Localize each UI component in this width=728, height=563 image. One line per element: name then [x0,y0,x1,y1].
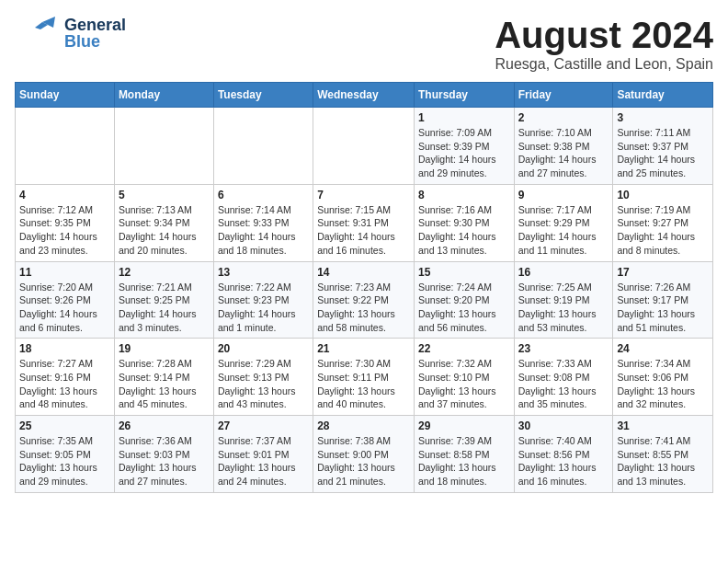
day-info: Sunrise: 7:28 AM Sunset: 9:14 PM Dayligh… [119,357,210,411]
day-number: 7 [317,189,410,201]
table-row [313,108,415,185]
col-tuesday: Tuesday [213,83,313,108]
table-row: 29Sunrise: 7:39 AM Sunset: 8:58 PM Dayli… [414,416,514,493]
day-info: Sunrise: 7:26 AM Sunset: 9:17 PM Dayligh… [617,281,709,335]
table-row: 17Sunrise: 7:26 AM Sunset: 9:17 PM Dayli… [613,261,713,339]
day-number: 10 [617,189,709,201]
calendar-table: Sunday Monday Tuesday Wednesday Thursday… [15,82,713,493]
day-info: Sunrise: 7:39 AM Sunset: 8:58 PM Dayligh… [418,434,510,488]
day-number: 25 [19,419,110,432]
day-number: 9 [518,189,609,201]
table-row: 5Sunrise: 7:13 AM Sunset: 9:34 PM Daylig… [114,184,213,261]
table-row: 26Sunrise: 7:36 AM Sunset: 9:03 PM Dayli… [114,416,213,493]
table-row [213,108,313,185]
day-info: Sunrise: 7:33 AM Sunset: 9:08 PM Dayligh… [518,357,609,411]
logo-blue-text: Blue [64,33,126,50]
table-row [114,108,213,185]
table-row: 31Sunrise: 7:41 AM Sunset: 8:55 PM Dayli… [613,416,713,493]
day-info: Sunrise: 7:23 AM Sunset: 9:22 PM Dayligh… [317,281,410,335]
table-row: 20Sunrise: 7:29 AM Sunset: 9:13 PM Dayli… [213,339,313,416]
day-info: Sunrise: 7:21 AM Sunset: 9:25 PM Dayligh… [119,281,210,335]
day-info: Sunrise: 7:32 AM Sunset: 9:10 PM Dayligh… [418,357,510,411]
day-info: Sunrise: 7:17 AM Sunset: 9:29 PM Dayligh… [518,203,609,258]
day-number: 18 [19,342,110,355]
day-number: 23 [518,342,609,355]
calendar-week-row: 25Sunrise: 7:35 AM Sunset: 9:05 PM Dayli… [16,416,713,493]
day-number: 24 [617,342,709,355]
col-saturday: Saturday [613,83,713,108]
day-info: Sunrise: 7:15 AM Sunset: 9:31 PM Dayligh… [317,203,410,258]
col-wednesday: Wednesday [313,83,415,108]
day-number: 13 [218,266,309,279]
day-info: Sunrise: 7:11 AM Sunset: 9:37 PM Dayligh… [617,126,709,180]
logo: GeneralBlue [15,15,126,52]
day-info: Sunrise: 7:30 AM Sunset: 9:11 PM Dayligh… [317,357,410,411]
table-row: 1Sunrise: 7:09 AM Sunset: 9:39 PM Daylig… [414,108,514,185]
day-number: 29 [418,419,510,432]
logo-general-text: General [64,17,126,33]
table-row: 3Sunrise: 7:11 AM Sunset: 9:37 PM Daylig… [613,108,713,185]
calendar-week-row: 18Sunrise: 7:27 AM Sunset: 9:16 PM Dayli… [16,339,713,416]
table-row: 27Sunrise: 7:37 AM Sunset: 9:01 PM Dayli… [213,416,313,493]
title-area: August 2024 Ruesga, Castille and Leon, S… [495,15,713,73]
table-row: 19Sunrise: 7:28 AM Sunset: 9:14 PM Dayli… [114,339,213,416]
table-row: 6Sunrise: 7:14 AM Sunset: 9:33 PM Daylig… [213,184,313,261]
table-row [16,108,115,185]
table-row: 16Sunrise: 7:25 AM Sunset: 9:19 PM Dayli… [514,261,613,339]
table-row: 21Sunrise: 7:30 AM Sunset: 9:11 PM Dayli… [313,339,415,416]
day-number: 30 [518,419,609,432]
day-info: Sunrise: 7:24 AM Sunset: 9:20 PM Dayligh… [418,281,510,335]
day-info: Sunrise: 7:22 AM Sunset: 9:23 PM Dayligh… [218,281,309,335]
calendar-header-row: Sunday Monday Tuesday Wednesday Thursday… [16,83,713,108]
day-number: 22 [418,342,510,355]
table-row: 28Sunrise: 7:38 AM Sunset: 9:00 PM Dayli… [313,416,415,493]
table-row: 22Sunrise: 7:32 AM Sunset: 9:10 PM Dayli… [414,339,514,416]
day-info: Sunrise: 7:35 AM Sunset: 9:05 PM Dayligh… [19,434,110,488]
day-number: 15 [418,266,510,279]
day-info: Sunrise: 7:37 AM Sunset: 9:01 PM Dayligh… [218,434,309,488]
day-info: Sunrise: 7:09 AM Sunset: 9:39 PM Dayligh… [418,126,510,180]
day-number: 26 [119,419,210,432]
day-info: Sunrise: 7:36 AM Sunset: 9:03 PM Dayligh… [119,434,210,488]
table-row: 2Sunrise: 7:10 AM Sunset: 9:38 PM Daylig… [514,108,613,185]
calendar-week-row: 1Sunrise: 7:09 AM Sunset: 9:39 PM Daylig… [16,108,713,185]
day-info: Sunrise: 7:16 AM Sunset: 9:30 PM Dayligh… [418,203,510,258]
col-thursday: Thursday [414,83,514,108]
day-number: 27 [218,419,309,432]
table-row: 15Sunrise: 7:24 AM Sunset: 9:20 PM Dayli… [414,261,514,339]
table-row: 30Sunrise: 7:40 AM Sunset: 8:56 PM Dayli… [514,416,613,493]
day-info: Sunrise: 7:29 AM Sunset: 9:13 PM Dayligh… [218,357,309,411]
day-number: 8 [418,189,510,201]
day-number: 21 [317,342,410,355]
day-info: Sunrise: 7:13 AM Sunset: 9:34 PM Dayligh… [119,203,210,258]
table-row: 18Sunrise: 7:27 AM Sunset: 9:16 PM Dayli… [16,339,115,416]
table-row: 12Sunrise: 7:21 AM Sunset: 9:25 PM Dayli… [114,261,213,339]
table-row: 4Sunrise: 7:12 AM Sunset: 9:35 PM Daylig… [16,184,115,261]
table-row: 9Sunrise: 7:17 AM Sunset: 9:29 PM Daylig… [514,184,613,261]
day-number: 19 [119,342,210,355]
day-number: 17 [617,266,709,279]
day-number: 14 [317,266,410,279]
day-number: 31 [617,419,709,432]
day-number: 20 [218,342,309,355]
table-row: 24Sunrise: 7:34 AM Sunset: 9:06 PM Dayli… [613,339,713,416]
day-info: Sunrise: 7:27 AM Sunset: 9:16 PM Dayligh… [19,357,110,411]
day-number: 11 [19,266,110,279]
table-row: 7Sunrise: 7:15 AM Sunset: 9:31 PM Daylig… [313,184,415,261]
day-number: 3 [617,111,709,124]
page-header: GeneralBlue August 2024 Ruesga, Castille… [15,15,713,73]
day-number: 12 [119,266,210,279]
table-row: 25Sunrise: 7:35 AM Sunset: 9:05 PM Dayli… [16,416,115,493]
day-info: Sunrise: 7:20 AM Sunset: 9:26 PM Dayligh… [19,281,110,335]
table-row: 10Sunrise: 7:19 AM Sunset: 9:27 PM Dayli… [613,184,713,261]
day-info: Sunrise: 7:19 AM Sunset: 9:27 PM Dayligh… [617,203,709,258]
calendar-subtitle: Ruesga, Castille and Leon, Spain [495,56,713,73]
day-number: 4 [19,189,110,201]
calendar-week-row: 4Sunrise: 7:12 AM Sunset: 9:35 PM Daylig… [16,184,713,261]
day-number: 28 [317,419,410,432]
day-info: Sunrise: 7:34 AM Sunset: 9:06 PM Dayligh… [617,357,709,411]
day-info: Sunrise: 7:25 AM Sunset: 9:19 PM Dayligh… [518,281,609,335]
day-number: 6 [218,189,309,201]
day-number: 5 [119,189,210,201]
day-info: Sunrise: 7:38 AM Sunset: 9:00 PM Dayligh… [317,434,410,488]
